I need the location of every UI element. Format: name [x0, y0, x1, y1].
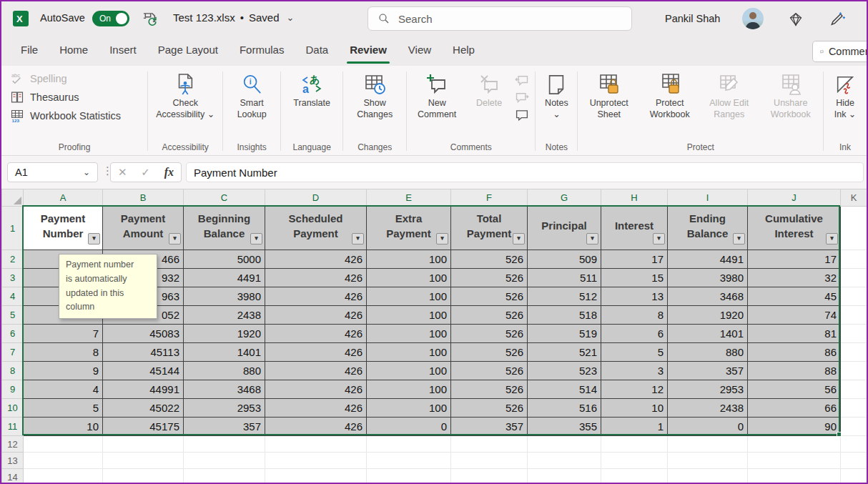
cell-D4[interactable]: 426	[265, 287, 367, 306]
cell-C2[interactable]: 5000	[184, 250, 265, 269]
cell-F9[interactable]: 526	[451, 380, 528, 399]
cell-E11[interactable]: 0	[367, 418, 451, 436]
tab-insert[interactable]: Insert	[99, 36, 147, 66]
filter-button[interactable]: ▾	[826, 233, 838, 245]
cell-C6[interactable]: 1920	[184, 325, 265, 343]
row-header-11[interactable]: 11	[2, 418, 24, 436]
cell-A8[interactable]: 9	[24, 362, 103, 380]
cell-G7[interactable]: 521	[528, 343, 601, 362]
cell-E3[interactable]: 100	[367, 269, 451, 287]
cell-J9[interactable]: 56	[748, 380, 841, 399]
thesaurus-button[interactable]: Thesaurus	[1, 88, 147, 107]
filter-button[interactable]: ▾	[513, 233, 525, 245]
cell-H8[interactable]: 3	[601, 362, 668, 380]
cell-F11[interactable]: 357	[451, 418, 528, 436]
cell-A12[interactable]	[24, 436, 103, 453]
row-header-5[interactable]: 5	[2, 306, 24, 325]
cell-J7[interactable]: 86	[748, 343, 841, 362]
cell-F14[interactable]	[451, 469, 528, 483]
cell-I10[interactable]: 2438	[668, 399, 748, 418]
filter-button[interactable]: ▾	[436, 233, 448, 245]
hide-ink-button[interactable]: Hide Ink ⌄	[824, 69, 867, 138]
cell-K5[interactable]	[841, 306, 867, 325]
select-all-button[interactable]	[2, 189, 24, 207]
cell-B12[interactable]	[103, 436, 184, 453]
column-header-D[interactable]: D	[265, 189, 367, 207]
cell-K1[interactable]	[841, 207, 867, 250]
cell-C14[interactable]	[184, 469, 265, 483]
filter-button[interactable]: ▾	[352, 233, 364, 245]
cell-B14[interactable]	[103, 469, 184, 483]
cell-G10[interactable]: 516	[528, 399, 601, 418]
cell-K3[interactable]	[841, 269, 867, 287]
cell-I8[interactable]: 357	[668, 362, 748, 380]
cell-G8[interactable]: 523	[528, 362, 601, 380]
cell-H10[interactable]: 10	[601, 399, 668, 418]
row-header-13[interactable]: 13	[2, 453, 24, 469]
cell-F12[interactable]	[451, 436, 528, 453]
premium-diamond-icon[interactable]	[787, 11, 804, 28]
header-cell-I1[interactable]: EndingBalance▾	[668, 207, 748, 250]
cell-J4[interactable]: 45	[748, 287, 841, 306]
column-header-F[interactable]: F	[451, 189, 528, 207]
cell-F3[interactable]: 526	[451, 269, 528, 287]
tab-page-layout[interactable]: Page Layout	[147, 36, 229, 66]
cell-K2[interactable]	[841, 250, 867, 269]
cell-J14[interactable]	[748, 469, 841, 483]
cell-G13[interactable]	[528, 453, 601, 469]
cell-F8[interactable]: 526	[451, 362, 528, 380]
cell-E8[interactable]: 100	[367, 362, 451, 380]
tab-home[interactable]: Home	[49, 36, 99, 66]
filter-button[interactable]: ▾	[733, 233, 745, 245]
column-header-J[interactable]: J	[748, 189, 841, 207]
cell-I4[interactable]: 3468	[668, 287, 748, 306]
cell-G2[interactable]: 509	[528, 250, 601, 269]
cell-G3[interactable]: 511	[528, 269, 601, 287]
save-sync-icon[interactable]	[140, 10, 159, 29]
cell-F7[interactable]: 526	[451, 343, 528, 362]
cell-E2[interactable]: 100	[367, 250, 451, 269]
filter-button[interactable]: ▾	[653, 233, 665, 245]
cell-G14[interactable]	[528, 469, 601, 483]
insert-function-icon[interactable]: fx	[164, 166, 174, 179]
row-header-14[interactable]: 14	[2, 469, 24, 483]
delete-comment-button[interactable]: Delete	[467, 69, 511, 138]
cell-G6[interactable]: 519	[528, 325, 601, 343]
cell-C3[interactable]: 4491	[184, 269, 265, 287]
header-cell-A1[interactable]: PaymentNumber▾	[24, 207, 103, 250]
cell-E9[interactable]: 100	[367, 380, 451, 399]
cell-A13[interactable]	[24, 453, 103, 469]
tab-help[interactable]: Help	[442, 36, 485, 66]
cell-F13[interactable]	[451, 453, 528, 469]
cell-E14[interactable]	[367, 469, 451, 483]
cell-H7[interactable]: 5	[601, 343, 668, 362]
cell-K4[interactable]	[841, 287, 867, 306]
row-header-3[interactable]: 3	[2, 269, 24, 287]
cell-C9[interactable]: 3468	[184, 380, 265, 399]
cell-J10[interactable]: 66	[748, 399, 841, 418]
cell-B8[interactable]: 45144	[103, 362, 184, 380]
formula-input[interactable]: Payment Number	[186, 162, 864, 182]
cell-J8[interactable]: 88	[748, 362, 841, 380]
cell-G12[interactable]	[528, 436, 601, 453]
filter-button[interactable]: ▾	[250, 233, 262, 245]
notes-button[interactable]: Notes ⌄	[536, 69, 577, 138]
cell-A9[interactable]: 4	[24, 380, 103, 399]
cell-E10[interactable]: 100	[367, 399, 451, 418]
cell-H4[interactable]: 13	[601, 287, 668, 306]
cell-F6[interactable]: 526	[451, 325, 528, 343]
cell-F2[interactable]: 526	[451, 250, 528, 269]
cell-B10[interactable]: 45022	[103, 399, 184, 418]
cell-E4[interactable]: 100	[367, 287, 451, 306]
cell-A14[interactable]	[24, 469, 103, 483]
cell-C10[interactable]: 2953	[184, 399, 265, 418]
cell-D13[interactable]	[265, 453, 367, 469]
cell-H9[interactable]: 12	[601, 380, 668, 399]
filter-button[interactable]: ▾	[169, 233, 181, 245]
avatar[interactable]	[742, 8, 764, 29]
cell-K9[interactable]	[841, 380, 867, 399]
column-header-G[interactable]: G	[528, 189, 601, 207]
row-header-8[interactable]: 8	[2, 362, 24, 380]
cell-B11[interactable]: 45175	[103, 418, 184, 436]
cell-J3[interactable]: 32	[748, 269, 841, 287]
